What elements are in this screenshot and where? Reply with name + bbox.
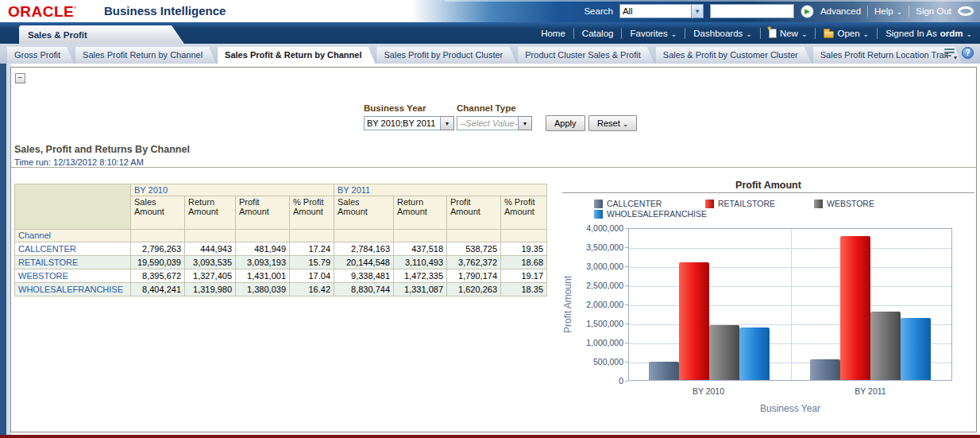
apply-button[interactable]: Apply <box>546 115 585 131</box>
legend-swatch <box>705 200 714 208</box>
channel-cell[interactable]: WHOLESALEFRANCHISE <box>15 283 131 297</box>
table-row: CALLCENTER 2,796,263 444,943 481,949 17.… <box>15 242 547 256</box>
tab-sales-profit-and-return-by-channel[interactable]: Sales Profit & Return by Channel <box>218 47 375 64</box>
dashboard-tab-sales-profit[interactable]: Sales & Profit <box>19 25 184 44</box>
page-options-icon[interactable] <box>944 48 955 58</box>
search-input[interactable] <box>710 4 794 18</box>
y-tick-label: 1,500,000 <box>560 319 623 328</box>
value-cell: 8,404,241 <box>131 283 185 297</box>
measure-header: Sales Amount <box>334 196 394 230</box>
channel-cell[interactable]: WEBSTORE <box>15 269 131 283</box>
profit-chart: Profit Amount CALLCENTER RETAILSTORE WEB… <box>560 175 977 417</box>
value-cell: 1,327,405 <box>185 269 236 283</box>
section-divider <box>11 167 976 168</box>
bar-webstore-by-2010[interactable] <box>709 325 739 380</box>
separator <box>867 6 868 17</box>
dropdown-arrow-icon[interactable]: ▼ <box>441 116 454 130</box>
value-cell: 17.24 <box>290 242 334 256</box>
year-group-header: BY 2010 <box>131 184 334 196</box>
value-cell: 15.79 <box>290 256 334 269</box>
dropdown-arrow-icon[interactable]: ▼ <box>519 116 532 130</box>
signed-in-user: ordm <box>940 29 963 38</box>
row-dimension-header[interactable]: Channel <box>15 230 131 242</box>
top-banner: ORACLE’ Business Intelligence Search All… <box>0 0 980 22</box>
nav-new[interactable]: New⌄ <box>769 29 808 38</box>
bar-callcenter-by-2011[interactable] <box>810 359 840 380</box>
help-icon[interactable]: ? <box>962 47 974 59</box>
bar-retailstore-by-2010[interactable] <box>679 262 709 380</box>
advanced-link[interactable]: Advanced <box>820 6 861 16</box>
nav-home[interactable]: Home <box>541 29 565 38</box>
nav-dashboards[interactable]: Dashboards⌄ <box>693 29 752 38</box>
value-cell: 2,784,163 <box>334 242 394 256</box>
tab-sales-profit-return-location-trait[interactable]: Sales Profit Return Location Trait <box>813 47 962 64</box>
product-title: Business Intelligence <box>104 4 226 17</box>
value-cell: 3,110,493 <box>394 256 447 269</box>
search-label: Search <box>584 6 612 16</box>
value-cell: 481,949 <box>236 242 290 256</box>
legend-item: CALLCENTER <box>594 199 662 208</box>
nav-catalog[interactable]: Catalog <box>582 29 614 38</box>
h-gridline <box>629 286 951 287</box>
value-cell: 437,518 <box>394 242 447 256</box>
value-cell: 2,796,263 <box>131 242 185 256</box>
y-tick-mark <box>625 343 628 343</box>
nav-favorites[interactable]: Favorites⌄ <box>630 29 677 38</box>
value-cell: 8,830,744 <box>334 283 394 297</box>
separator <box>815 28 816 39</box>
h-gridline <box>629 248 951 249</box>
y-tick-mark <box>625 381 628 382</box>
legend-label: CALLCENTER <box>607 199 662 208</box>
pivot-table: BY 2010 BY 2011 Sales Amount Return Amou… <box>14 184 547 297</box>
channel-cell[interactable]: RETAILSTORE <box>15 256 131 269</box>
y-tick-label: 3,500,000 <box>560 242 623 252</box>
bar-retailstore-by-2011[interactable] <box>840 236 870 380</box>
bar-callcenter-by-2010[interactable] <box>649 362 679 380</box>
tab-sales-profit-by-product-cluster[interactable]: Sales Profit by Product Cluster <box>376 47 516 64</box>
bar-wholesalefranchise-by-2011[interactable] <box>901 318 931 380</box>
signed-in-menu[interactable]: Signed In Asordm⌄ <box>885 29 972 38</box>
channel-type-dropdown[interactable]: --Select Value-- ▼ <box>457 116 532 130</box>
channel-type-value: --Select Value-- <box>457 116 519 130</box>
x-axis-title: Business Year <box>628 403 952 414</box>
chevron-down-icon[interactable]: ▾ <box>691 5 703 17</box>
value-cell: 19.17 <box>501 269 547 283</box>
legend-swatch <box>814 200 823 208</box>
search-scope-select[interactable]: All ▾ <box>619 4 704 18</box>
measure-header: Profit Amount <box>447 196 501 230</box>
value-cell: 17.04 <box>290 269 334 283</box>
value-cell: 444,943 <box>185 242 236 256</box>
y-tick-mark <box>625 266 628 267</box>
value-cell: 1,620,263 <box>447 283 501 297</box>
tab-sales-profit-by-customer-cluster[interactable]: Sales & Profit by Customer Cluster <box>656 47 812 64</box>
collapse-section-button[interactable]: − <box>15 73 25 83</box>
help-menu[interactable]: Help⌄ <box>874 6 902 16</box>
tab-product-cluster-sales-profit[interactable]: Product Cluster Sales & Profit <box>518 47 654 64</box>
y-tick-label: 2,000,000 <box>560 300 623 309</box>
reset-button[interactable]: Reset⌄ <box>588 115 637 131</box>
tab-gross-profit[interactable]: Gross Profit <box>7 47 74 64</box>
value-cell: 1,319,980 <box>185 283 236 297</box>
table-row: BY 2010 BY 2011 <box>15 184 547 196</box>
measure-header: Profit Amount <box>236 196 290 230</box>
chart-title-rule <box>562 192 974 193</box>
channel-type-label: Channel Type <box>457 103 516 113</box>
separator <box>760 28 761 39</box>
tab-sales-profit-return-by-channel[interactable]: Sales Profit Return by Channel <box>75 47 216 64</box>
y-tick-mark <box>625 285 628 286</box>
chart-title: Profit Amount <box>560 180 977 191</box>
sign-out-link[interactable]: Sign Out <box>916 6 951 16</box>
channel-cell[interactable]: CALLCENTER <box>15 242 131 256</box>
new-page-icon <box>769 29 777 38</box>
oracle-logo: ORACLE’ <box>8 3 76 21</box>
bar-wholesalefranchise-by-2010[interactable] <box>739 328 770 380</box>
bar-webstore-by-2011[interactable] <box>870 312 901 380</box>
measure-header: % Profit Amount <box>290 196 334 230</box>
value-cell: 3,093,193 <box>236 256 290 269</box>
business-year-dropdown[interactable]: BY 2010;BY 2011 ▼ <box>364 116 454 130</box>
nav-open[interactable]: Open⌄ <box>824 29 869 38</box>
h-gridline <box>629 305 951 306</box>
dashboard-navbar: Sales & Profit Home Catalog Favorites⌄ D… <box>0 22 980 44</box>
search-go-button[interactable]: ▶ <box>801 5 814 18</box>
y-tick-label: 500,000 <box>560 357 623 366</box>
